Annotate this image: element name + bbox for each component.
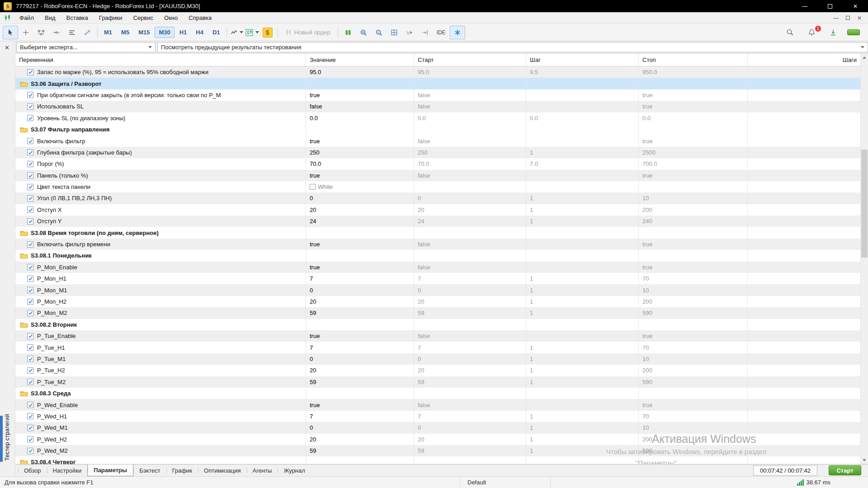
column-header-steps[interactable]: Шаги (748, 54, 860, 66)
vertical-scrollbar[interactable] (860, 54, 868, 464)
param-stop-cell[interactable]: 70 (639, 342, 748, 353)
param-start-cell[interactable] (414, 227, 526, 238)
param-checkbox[interactable] (27, 379, 33, 385)
param-stop-cell[interactable]: 10 (639, 192, 748, 204)
param-checkbox[interactable] (27, 356, 33, 362)
param-checkbox[interactable] (27, 436, 33, 442)
search-button[interactable] (782, 26, 797, 39)
param-start-cell[interactable]: 95.0 (414, 66, 526, 78)
param-start-cell[interactable]: 7 (414, 411, 526, 422)
param-value-cell[interactable]: true (306, 262, 414, 273)
table-row[interactable]: S3.07 Фильтр направления (15, 124, 860, 135)
param-checkbox[interactable] (27, 448, 33, 454)
param-value-cell[interactable]: true (306, 399, 414, 410)
param-checkbox[interactable] (27, 287, 33, 293)
param-start-cell[interactable]: false (414, 330, 526, 342)
param-checkbox[interactable] (27, 264, 33, 270)
param-start-cell[interactable]: 20 (414, 365, 526, 376)
param-value-cell[interactable]: 0 (306, 353, 414, 365)
scroll-down-arrow[interactable] (861, 456, 868, 464)
minimize-button[interactable]: — (792, 0, 817, 12)
maximize-button[interactable] (817, 0, 843, 12)
timeframe-button[interactable]: M5 (117, 27, 133, 38)
mdi-restore-button[interactable] (846, 16, 850, 20)
table-row[interactable]: P_Mon_M2 59 59 1 590 (15, 307, 860, 319)
table-row[interactable]: Отступ Y 24 24 1 240 (15, 216, 860, 227)
param-step-cell[interactable]: 1 (526, 204, 639, 216)
param-stop-cell[interactable]: true (639, 399, 748, 410)
tester-tab[interactable]: Агенты (247, 465, 278, 476)
table-row[interactable]: Использовать SL false false true (15, 101, 860, 112)
param-step-cell[interactable] (526, 181, 639, 192)
table-row[interactable]: P_Wed_H1 7 7 1 70 (15, 411, 860, 422)
param-step-cell[interactable]: 1 (526, 353, 639, 365)
param-step-cell[interactable]: 1 (526, 284, 639, 296)
param-step-cell[interactable]: 1 (526, 365, 639, 376)
menu-item[interactable]: Вид (39, 12, 61, 23)
tester-tab[interactable]: Журнал (278, 465, 311, 476)
param-checkbox[interactable] (27, 333, 33, 339)
param-value-cell[interactable]: 0 (306, 192, 414, 204)
param-value-cell[interactable]: 59 (306, 376, 414, 388)
param-step-cell[interactable] (526, 135, 639, 146)
param-value-cell[interactable]: White (306, 181, 414, 192)
param-value-cell[interactable]: 7 (306, 411, 414, 422)
depth-of-market-button[interactable] (340, 26, 356, 39)
param-value-cell[interactable] (306, 250, 414, 261)
connection-status-icon[interactable] (847, 29, 860, 35)
param-step-cell[interactable]: 1 (526, 411, 639, 422)
param-checkbox[interactable] (27, 195, 33, 202)
table-row[interactable]: P_Tue_M2 59 59 1 590 (15, 376, 860, 388)
param-start-cell[interactable]: 0.0 (414, 113, 526, 124)
param-start-cell[interactable]: 59 (414, 445, 526, 456)
param-step-cell[interactable]: 1 (526, 445, 639, 456)
param-checkbox[interactable] (27, 425, 33, 431)
param-step-cell[interactable] (526, 78, 639, 89)
param-checkbox[interactable] (27, 92, 33, 98)
param-checkbox[interactable] (27, 149, 33, 155)
param-value-cell[interactable] (306, 319, 414, 330)
param-value-cell[interactable] (306, 388, 414, 399)
param-stop-cell[interactable]: 240 (639, 216, 748, 227)
table-row[interactable]: P_Wed_M1 0 0 1 10 (15, 422, 860, 433)
param-stop-cell[interactable] (639, 319, 748, 330)
param-stop-cell[interactable]: true (639, 330, 748, 342)
param-checkbox[interactable] (27, 344, 33, 351)
column-header-stop[interactable]: Стоп (639, 54, 748, 66)
scrollbar-thumb[interactable] (861, 150, 868, 258)
table-row[interactable]: Отступ X 20 20 1 200 (15, 204, 860, 216)
param-start-cell[interactable]: 59 (414, 307, 526, 319)
table-row[interactable]: P_Tue_M1 0 0 1 10 (15, 353, 860, 365)
hline-tool-button[interactable] (49, 26, 64, 39)
cursor-tool-button[interactable] (3, 26, 18, 39)
param-value-cell[interactable] (306, 124, 414, 135)
table-row[interactable]: При обратном сигнале закрыть (в этой вер… (15, 89, 860, 101)
param-start-cell[interactable]: false (414, 170, 526, 181)
param-step-cell[interactable] (526, 101, 639, 112)
param-step-cell[interactable]: 1 (526, 422, 639, 433)
param-checkbox[interactable] (27, 138, 33, 144)
param-stop-cell[interactable]: 2500 (639, 147, 748, 158)
param-start-cell[interactable]: 0 (414, 284, 526, 296)
table-row[interactable]: S3.08.2 Вторник (15, 319, 860, 330)
param-start-cell[interactable] (414, 456, 526, 464)
mdi-minimize-button[interactable]: — (833, 15, 839, 21)
param-stop-cell[interactable]: 200 (639, 434, 748, 445)
param-checkbox[interactable] (27, 172, 33, 178)
param-start-cell[interactable]: 0 (414, 353, 526, 365)
symbols-button[interactable]: $ (260, 26, 275, 39)
param-value-cell[interactable]: 20 (306, 365, 414, 376)
param-value-cell[interactable] (306, 456, 414, 464)
param-start-cell[interactable]: false (414, 239, 526, 250)
table-row[interactable]: Уровень SL (по диапазону зоны) 0.0 0.0 0… (15, 113, 860, 124)
param-start-cell[interactable]: 250 (414, 147, 526, 158)
table-row[interactable]: P_Tue_H1 7 7 1 70 (15, 342, 860, 353)
column-header-variable[interactable]: Переменная (15, 54, 306, 66)
table-row[interactable]: Угол (0 ЛВ,1 ПВ,2 ЛН,3 ПН) 0 0 1 10 (15, 192, 860, 204)
indicators-button[interactable] (245, 26, 260, 39)
menu-item[interactable]: Файл (14, 12, 39, 23)
param-start-cell[interactable]: false (414, 89, 526, 101)
trendline-tool-button[interactable] (80, 26, 95, 39)
tester-tab[interactable]: График (166, 465, 198, 476)
param-value-cell[interactable] (306, 78, 414, 89)
